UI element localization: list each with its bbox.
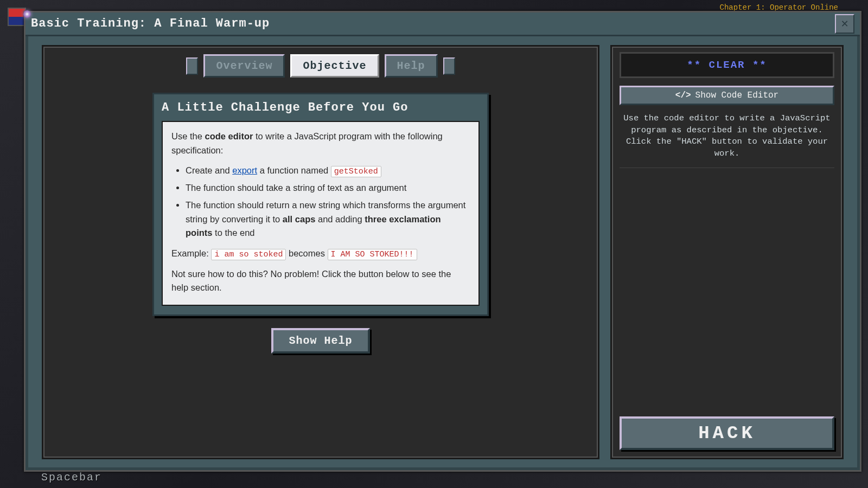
card-outro: Not sure how to do this? No problem! Cli…: [171, 267, 470, 295]
tab-help[interactable]: Help: [385, 54, 438, 78]
spacebar-hint: Spacebar: [41, 471, 102, 484]
code-example-input: i am so stoked: [211, 249, 286, 260]
clear-banner: ** CLEAR **: [620, 52, 834, 78]
corner-gem-icon: [23, 10, 31, 18]
tabs: Overview Objective Help: [53, 54, 588, 78]
show-code-editor-label: Show Code Editor: [695, 91, 779, 100]
player-avatar-icon: [8, 8, 26, 26]
side-panel: ** CLEAR ** </> Show Code Editor Use the…: [610, 45, 844, 459]
window-title: Basic Training: A Final Warm-up: [31, 17, 270, 30]
mission-window: Basic Training: A Final Warm-up ✕ Overvi…: [24, 11, 861, 472]
export-link[interactable]: export: [232, 165, 257, 175]
close-icon: ✕: [841, 16, 848, 31]
card-title: A Little Challenge Before You Go: [162, 101, 480, 114]
objective-card: A Little Challenge Before You Go Use the…: [152, 93, 489, 316]
tab-cap-left-icon: [186, 57, 198, 75]
tab-cap-right-icon: [443, 57, 455, 75]
card-intro: Use the code editor to write a JavaScrip…: [171, 130, 470, 157]
list-item: The function should return a new string …: [186, 198, 470, 240]
card-body: Use the code editor to write a JavaScrip…: [162, 121, 480, 306]
code-getstoked: getStoked: [331, 166, 381, 177]
code-example-output: I AM SO STOKED!!!: [328, 249, 417, 260]
tab-overview[interactable]: Overview: [203, 54, 285, 78]
list-item: The function should take a string of tex…: [186, 181, 470, 195]
window-body: Overview Objective Help A Little Challen…: [42, 45, 844, 459]
side-instruction: Use the code editor to write a JavaScrip…: [620, 113, 834, 168]
titlebar: Basic Training: A Final Warm-up ✕: [25, 12, 860, 36]
list-item: Create and export a function named getSt…: [186, 164, 470, 178]
main-panel: Overview Objective Help A Little Challen…: [42, 45, 599, 459]
requirements-list: Create and export a function named getSt…: [186, 164, 470, 240]
show-help-button[interactable]: Show Help: [271, 328, 369, 354]
show-help-row: Show Help: [53, 328, 588, 354]
hack-button[interactable]: HACK: [620, 416, 834, 450]
tab-objective[interactable]: Objective: [290, 54, 379, 78]
show-code-editor-button[interactable]: </> Show Code Editor: [620, 86, 834, 105]
example-line: Example: i am so stoked becomes I AM SO …: [171, 247, 470, 261]
code-icon: </>: [675, 91, 691, 100]
close-button[interactable]: ✕: [835, 14, 854, 34]
